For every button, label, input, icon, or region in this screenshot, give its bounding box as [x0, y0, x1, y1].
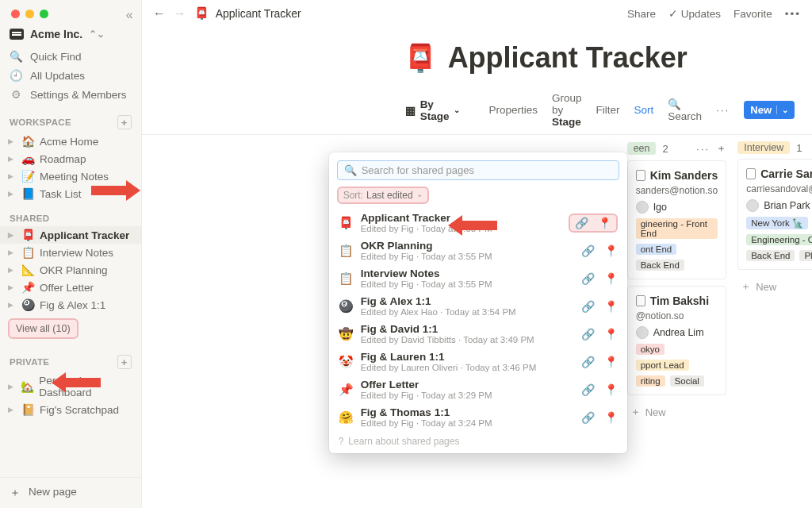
hero-emoji-icon[interactable]: 📮: [404, 42, 437, 74]
column-add-new[interactable]: ＋ New: [737, 276, 812, 297]
share-button[interactable]: Share: [627, 8, 656, 20]
workspace-icon: [10, 29, 24, 40]
workspace-switcher[interactable]: Acme Inc. ⌃⌄: [0, 26, 141, 47]
toolbar-more-icon[interactable]: ···: [716, 104, 730, 116]
chevron-down-icon[interactable]: ⌄: [776, 106, 788, 114]
popover-footer-link[interactable]: ?Learn about shared pages: [329, 431, 627, 448]
filter-button[interactable]: Filter: [596, 104, 619, 116]
collapse-sidebar-icon[interactable]: «: [126, 8, 133, 22]
close-window-icon[interactable]: [11, 10, 20, 18]
add-workspace-page-button[interactable]: +: [117, 115, 132, 129]
card-title: Tim Bakshi: [650, 294, 709, 307]
pin-icon[interactable]: 📍: [604, 300, 618, 313]
disclosure-triangle-icon[interactable]: ▶: [8, 231, 16, 239]
board-card[interactable]: Tim Bakshi @notion.so Andrea Lim okyo pp…: [627, 286, 727, 395]
add-private-page-button[interactable]: +: [117, 355, 132, 369]
shared-page-row[interactable]: 🤗Fig & Thomas 1:1Edited by Fig · Today a…: [329, 403, 627, 431]
disclosure-triangle-icon[interactable]: ▶: [8, 137, 16, 145]
link-icon[interactable]: 🔗: [581, 356, 595, 368]
shared-page-row[interactable]: 🎱Fig & Alex 1:1Edited by Alex Hao · Toda…: [329, 292, 627, 320]
sidebar-item-shared-1[interactable]: ▶📋Interview Notes: [0, 244, 141, 261]
sidebar-item-shared-3[interactable]: ▶📌Offer Letter: [0, 279, 141, 296]
search-button[interactable]: 🔍 Search: [668, 98, 702, 122]
sidebar-item-private-1[interactable]: ▶📔Fig's Scratchpad: [0, 401, 141, 418]
disclosure-triangle-icon[interactable]: ▶: [8, 383, 16, 391]
disclosure-triangle-icon[interactable]: ▶: [8, 172, 16, 180]
column-title-pill[interactable]: Interview: [737, 141, 790, 154]
disclosure-triangle-icon[interactable]: ▶: [8, 266, 16, 274]
pin-icon[interactable]: 📍: [604, 244, 618, 257]
all-updates[interactable]: 🕘All Updates: [0, 66, 141, 85]
sidebar-item-shared-2[interactable]: ▶📐OKR Planning: [0, 261, 141, 279]
page-title[interactable]: Applicant Tracker: [448, 41, 688, 75]
nav-forward-icon[interactable]: →: [174, 6, 186, 21]
shared-page-row[interactable]: 🤠Fig & David 1:1Edited by David Tibbitts…: [329, 320, 627, 348]
disclosure-triangle-icon[interactable]: ▶: [8, 155, 16, 163]
link-icon[interactable]: 🔗: [581, 300, 595, 313]
link-icon[interactable]: 🔗: [581, 244, 595, 257]
shared-page-row[interactable]: 📋OKR PlanningEdited by Fig · Today at 3:…: [329, 237, 627, 264]
pin-icon[interactable]: 📍: [604, 411, 618, 424]
pin-icon[interactable]: 📍: [604, 383, 618, 396]
updates-button[interactable]: ✓ Updates: [668, 7, 721, 20]
column-add-icon[interactable]: ＋: [716, 141, 726, 156]
workspace-section-label: WORKSPACE: [10, 117, 71, 127]
pin-icon[interactable]: 📍: [604, 272, 618, 285]
sidebar: « Acme Inc. ⌃⌄ 🔍Quick Find 🕘All Updates …: [0, 0, 142, 508]
shared-section-label: SHARED: [10, 214, 49, 223]
column-add-new[interactable]: ＋ New: [627, 402, 727, 422]
column-more-icon[interactable]: ···: [696, 143, 710, 155]
card-person: Brian Park: [764, 200, 810, 211]
private-section-label: PRIVATE: [10, 357, 49, 367]
popover-sort-picker[interactable]: Sort: Last edited ⌄: [337, 187, 429, 204]
link-icon[interactable]: 🔗: [581, 272, 595, 285]
zoom-window-icon[interactable]: [40, 10, 48, 18]
nav-back-icon[interactable]: ←: [153, 6, 166, 21]
properties-button[interactable]: Properties: [488, 104, 538, 116]
column-title-pill[interactable]: een: [627, 142, 657, 155]
sidebar-item-shared-0[interactable]: ▶📮Applicant Tracker: [0, 226, 141, 244]
link-icon[interactable]: 🔗: [581, 411, 595, 424]
link-icon[interactable]: 🔗: [581, 383, 595, 396]
page-emoji-icon: 📋: [21, 246, 35, 259]
breadcrumb[interactable]: 📮Applicant Tracker: [194, 6, 301, 21]
link-icon[interactable]: 🔗: [575, 217, 588, 229]
database-toolbar: ▦ By Stage ⌄ Properties Group by Stage F…: [142, 83, 812, 135]
sidebar-item-label: Offer Letter: [40, 282, 94, 294]
view-picker[interactable]: ▦ By Stage ⌄: [405, 98, 461, 122]
new-page-button[interactable]: ＋New page: [0, 477, 141, 508]
column-count: 2: [662, 143, 668, 155]
pin-icon[interactable]: 📍: [598, 217, 611, 229]
disclosure-triangle-icon[interactable]: ▶: [8, 248, 16, 256]
favorite-button[interactable]: Favorite: [733, 8, 772, 20]
group-by-button[interactable]: Group by Stage: [552, 92, 582, 128]
sort-button[interactable]: Sort: [634, 104, 653, 116]
chevron-down-icon: ⌄: [416, 190, 423, 201]
link-icon[interactable]: 🔗: [581, 328, 595, 341]
page-icon: [636, 170, 645, 181]
board-card[interactable]: Carrie Sandoval carriesandoval@notion.so…: [737, 159, 812, 270]
new-row-button[interactable]: New⌄: [744, 101, 795, 119]
sidebar-item-shared-4[interactable]: ▶🎱Fig & Alex 1:1: [0, 296, 141, 314]
disclosure-triangle-icon[interactable]: ▶: [8, 190, 16, 198]
settings-members[interactable]: ⚙Settings & Members: [0, 85, 141, 104]
shared-page-title: Fig & Alex 1:1: [361, 295, 573, 307]
minimize-window-icon[interactable]: [25, 10, 34, 18]
shared-page-row[interactable]: 📌Offer LetterEdited by Fig · Today at 3:…: [329, 375, 627, 403]
popover-search-input[interactable]: 🔍 Search for shared pages: [337, 160, 619, 180]
more-menu-icon[interactable]: •••: [785, 8, 801, 20]
sidebar-item-label: Fig & Alex 1:1: [40, 299, 105, 311]
shared-page-row[interactable]: 🤡Fig & Lauren 1:1Edited by Lauren Oliver…: [329, 348, 627, 375]
quick-find[interactable]: 🔍Quick Find: [0, 47, 141, 66]
popover-footer-label: Learn about shared pages: [348, 436, 459, 447]
pin-icon[interactable]: 📍: [604, 328, 618, 341]
board-card[interactable]: Kim Sanders sanders@notion.so Igo gineer…: [627, 160, 727, 279]
pin-icon[interactable]: 📍: [604, 356, 618, 368]
view-all-shared-button[interactable]: View all (10): [8, 318, 79, 339]
shared-page-row[interactable]: 📋Interview NotesEdited by Fig · Today at…: [329, 264, 627, 292]
disclosure-triangle-icon[interactable]: ▶: [8, 283, 16, 291]
sidebar-item-workspace-0[interactable]: ▶🏠Acme Home: [0, 133, 141, 150]
sidebar-item-workspace-1[interactable]: ▶🚗Roadmap: [0, 150, 141, 167]
disclosure-triangle-icon[interactable]: ▶: [8, 406, 16, 414]
disclosure-triangle-icon[interactable]: ▶: [8, 301, 16, 309]
